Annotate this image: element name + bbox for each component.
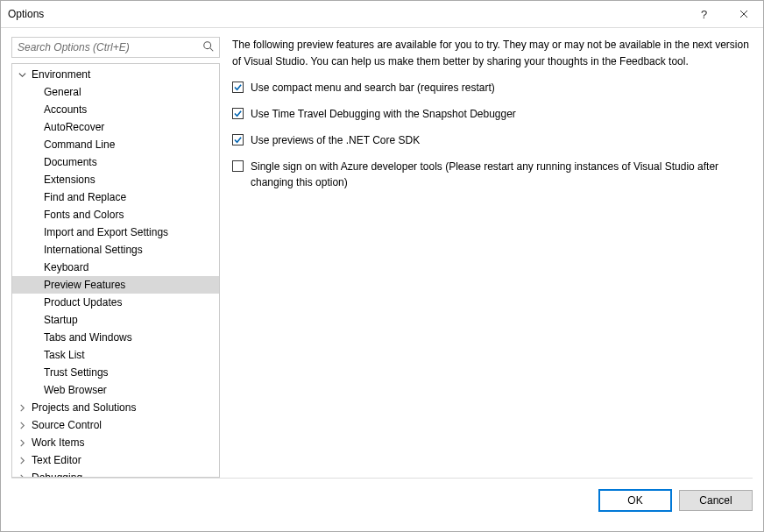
chevron-right-icon[interactable]: [16, 454, 28, 466]
chevron-right-icon[interactable]: [16, 419, 28, 431]
intro-text: The following preview features are avail…: [232, 37, 753, 69]
tree-item-autorecover[interactable]: AutoRecover: [12, 118, 219, 136]
option-label: Use Time Travel Debugging with the Snaps…: [251, 106, 516, 122]
search-wrap: [11, 37, 220, 58]
tree-item-text-editor[interactable]: Text Editor: [12, 451, 219, 469]
tree-item-label: Web Browser: [42, 384, 107, 396]
tree-item-label: Find and Replace: [42, 191, 126, 203]
tree-item-fonts-and-colors[interactable]: Fonts and Colors: [12, 206, 219, 223]
window-title: Options: [8, 8, 684, 20]
tree-item-label: AutoRecover: [42, 121, 104, 133]
tree-item-label: Task List: [42, 349, 85, 361]
option-label: Use previews of the .NET Core SDK: [251, 132, 420, 148]
tree-item-work-items[interactable]: Work Items: [12, 434, 219, 451]
tree-item-keyboard[interactable]: Keyboard: [12, 259, 219, 276]
tree-item-product-updates[interactable]: Product Updates: [12, 294, 219, 311]
checkbox[interactable]: [232, 134, 244, 145]
tree-item-web-browser[interactable]: Web Browser: [12, 381, 219, 399]
tree-item-label: Environment: [30, 68, 90, 81]
tree-item-label: Documents: [42, 156, 97, 168]
close-button[interactable]: [724, 1, 763, 27]
option-label: Use compact menu and search bar (require…: [251, 80, 495, 96]
tree-item-label: General: [42, 86, 81, 98]
chevron-down-icon[interactable]: [16, 68, 28, 81]
left-panel: EnvironmentGeneralAccountsAutoRecoverCom…: [11, 37, 220, 478]
tree-item-label: Import and Export Settings: [42, 226, 168, 238]
chevron-right-icon[interactable]: [16, 436, 28, 449]
option-row: Use compact menu and search bar (require…: [232, 80, 753, 96]
chevron-right-icon[interactable]: [16, 472, 28, 477]
tree-item-label: International Settings: [42, 244, 143, 256]
close-icon: [739, 8, 748, 21]
tree-item-extensions[interactable]: Extensions: [12, 171, 219, 188]
ok-button[interactable]: OK: [598, 489, 672, 512]
tree-item-trust-settings[interactable]: Trust Settings: [12, 364, 219, 381]
tree-item-label: Projects and Solutions: [30, 401, 136, 414]
tree-item-command-line[interactable]: Command Line: [12, 136, 219, 153]
tree-item-label: Extensions: [42, 174, 96, 186]
chevron-right-icon[interactable]: [16, 401, 28, 414]
tree-item-debugging[interactable]: Debugging: [12, 469, 219, 477]
tree-item-label: Fonts and Colors: [42, 209, 124, 221]
tree-item-label: Text Editor: [30, 454, 81, 466]
tree-item-general[interactable]: General: [12, 83, 219, 101]
options-tree: EnvironmentGeneralAccountsAutoRecoverCom…: [11, 63, 220, 478]
help-button[interactable]: ?: [684, 1, 724, 27]
tree-item-find-and-replace[interactable]: Find and Replace: [12, 188, 219, 206]
tree-item-label: Trust Settings: [42, 366, 109, 379]
tree-item-documents[interactable]: Documents: [12, 153, 219, 171]
tree-item-label: Source Control: [30, 419, 102, 431]
tree-item-source-control[interactable]: Source Control: [12, 416, 219, 434]
tree-item-startup[interactable]: Startup: [12, 311, 219, 329]
tree-item-label: Keyboard: [42, 261, 88, 273]
titlebar: Options ?: [1, 1, 763, 28]
option-row: Single sign on with Azure developer tool…: [232, 159, 753, 190]
tree-item-preview-features[interactable]: Preview Features: [12, 276, 219, 294]
tree-item-label: Command Line: [42, 138, 115, 151]
checkbox[interactable]: [232, 108, 244, 119]
option-row: Use Time Travel Debugging with the Snaps…: [232, 106, 753, 122]
checkbox[interactable]: [232, 160, 244, 172]
tree-item-projects-and-solutions[interactable]: Projects and Solutions: [12, 399, 219, 416]
tree-item-label: Product Updates: [42, 296, 122, 309]
dialog-body: EnvironmentGeneralAccountsAutoRecoverCom…: [1, 28, 763, 478]
tree-item-label: Startup: [42, 314, 78, 326]
tree-item-label: Work Items: [30, 436, 84, 449]
search-input[interactable]: [11, 37, 220, 58]
tree-item-label: Debugging: [30, 472, 82, 477]
option-row: Use previews of the .NET Core SDK: [232, 132, 753, 148]
dialog-footer: OK Cancel: [1, 479, 763, 531]
tree-item-label: Tabs and Windows: [42, 331, 132, 344]
help-icon: ?: [701, 8, 707, 21]
tree-item-label: Accounts: [42, 103, 87, 116]
content-panel: The following preview features are avail…: [232, 37, 753, 478]
tree-item-environment[interactable]: Environment: [12, 66, 219, 83]
tree-item-import-and-export-settings[interactable]: Import and Export Settings: [12, 223, 219, 241]
tree-item-label: Preview Features: [42, 279, 125, 291]
checkbox[interactable]: [232, 82, 244, 93]
tree-item-tabs-and-windows[interactable]: Tabs and Windows: [12, 329, 219, 346]
options-dialog: Options ? EnvironmentGeneralAccountsAuto…: [0, 0, 764, 532]
tree-item-accounts[interactable]: Accounts: [12, 101, 219, 118]
option-label: Single sign on with Azure developer tool…: [251, 159, 753, 190]
tree-scroll[interactable]: EnvironmentGeneralAccountsAutoRecoverCom…: [12, 64, 219, 477]
cancel-button[interactable]: Cancel: [679, 490, 753, 511]
tree-item-task-list[interactable]: Task List: [12, 346, 219, 364]
tree-item-international-settings[interactable]: International Settings: [12, 241, 219, 259]
